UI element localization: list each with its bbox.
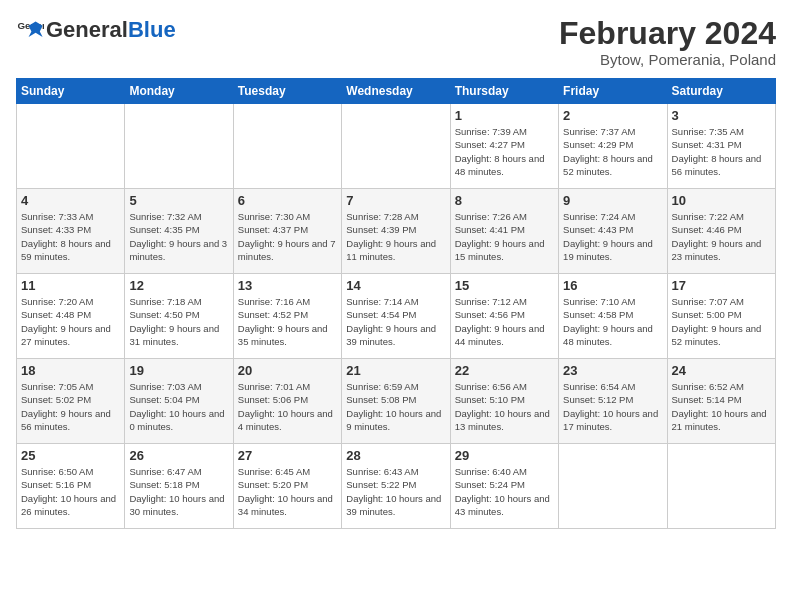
day-number: 16 [563, 278, 662, 293]
day-number: 22 [455, 363, 554, 378]
logo-text: GeneralBlue [46, 19, 176, 41]
day-number: 5 [129, 193, 228, 208]
day-info: Sunrise: 7:10 AMSunset: 4:58 PMDaylight:… [563, 295, 662, 348]
week-row-2: 4Sunrise: 7:33 AMSunset: 4:33 PMDaylight… [17, 189, 776, 274]
col-header-wednesday: Wednesday [342, 79, 450, 104]
col-header-saturday: Saturday [667, 79, 775, 104]
day-info: Sunrise: 7:24 AMSunset: 4:43 PMDaylight:… [563, 210, 662, 263]
day-info: Sunrise: 6:40 AMSunset: 5:24 PMDaylight:… [455, 465, 554, 518]
day-info: Sunrise: 7:16 AMSunset: 4:52 PMDaylight:… [238, 295, 337, 348]
day-info: Sunrise: 7:28 AMSunset: 4:39 PMDaylight:… [346, 210, 445, 263]
day-number: 12 [129, 278, 228, 293]
col-header-sunday: Sunday [17, 79, 125, 104]
day-info: Sunrise: 6:52 AMSunset: 5:14 PMDaylight:… [672, 380, 771, 433]
day-info: Sunrise: 7:32 AMSunset: 4:35 PMDaylight:… [129, 210, 228, 263]
day-cell: 8Sunrise: 7:26 AMSunset: 4:41 PMDaylight… [450, 189, 558, 274]
day-cell: 28Sunrise: 6:43 AMSunset: 5:22 PMDayligh… [342, 444, 450, 529]
day-info: Sunrise: 7:39 AMSunset: 4:27 PMDaylight:… [455, 125, 554, 178]
day-info: Sunrise: 6:59 AMSunset: 5:08 PMDaylight:… [346, 380, 445, 433]
day-cell: 10Sunrise: 7:22 AMSunset: 4:46 PMDayligh… [667, 189, 775, 274]
day-cell: 1Sunrise: 7:39 AMSunset: 4:27 PMDaylight… [450, 104, 558, 189]
day-cell: 22Sunrise: 6:56 AMSunset: 5:10 PMDayligh… [450, 359, 558, 444]
day-cell: 26Sunrise: 6:47 AMSunset: 5:18 PMDayligh… [125, 444, 233, 529]
day-number: 28 [346, 448, 445, 463]
day-number: 3 [672, 108, 771, 123]
day-cell: 29Sunrise: 6:40 AMSunset: 5:24 PMDayligh… [450, 444, 558, 529]
day-number: 8 [455, 193, 554, 208]
day-info: Sunrise: 6:47 AMSunset: 5:18 PMDaylight:… [129, 465, 228, 518]
header: General GeneralBlue February 2024 Bytow,… [16, 16, 776, 68]
week-row-1: 1Sunrise: 7:39 AMSunset: 4:27 PMDaylight… [17, 104, 776, 189]
day-number: 29 [455, 448, 554, 463]
day-number: 26 [129, 448, 228, 463]
day-cell: 3Sunrise: 7:35 AMSunset: 4:31 PMDaylight… [667, 104, 775, 189]
day-info: Sunrise: 7:26 AMSunset: 4:41 PMDaylight:… [455, 210, 554, 263]
day-cell [342, 104, 450, 189]
calendar-table: SundayMondayTuesdayWednesdayThursdayFrid… [16, 78, 776, 529]
col-header-friday: Friday [559, 79, 667, 104]
day-cell: 16Sunrise: 7:10 AMSunset: 4:58 PMDayligh… [559, 274, 667, 359]
day-cell: 7Sunrise: 7:28 AMSunset: 4:39 PMDaylight… [342, 189, 450, 274]
day-info: Sunrise: 7:37 AMSunset: 4:29 PMDaylight:… [563, 125, 662, 178]
day-info: Sunrise: 7:33 AMSunset: 4:33 PMDaylight:… [21, 210, 120, 263]
day-cell: 18Sunrise: 7:05 AMSunset: 5:02 PMDayligh… [17, 359, 125, 444]
day-info: Sunrise: 6:56 AMSunset: 5:10 PMDaylight:… [455, 380, 554, 433]
day-info: Sunrise: 6:54 AMSunset: 5:12 PMDaylight:… [563, 380, 662, 433]
day-number: 19 [129, 363, 228, 378]
day-cell [667, 444, 775, 529]
day-info: Sunrise: 7:35 AMSunset: 4:31 PMDaylight:… [672, 125, 771, 178]
main-title: February 2024 [559, 16, 776, 51]
day-cell: 17Sunrise: 7:07 AMSunset: 5:00 PMDayligh… [667, 274, 775, 359]
day-info: Sunrise: 7:12 AMSunset: 4:56 PMDaylight:… [455, 295, 554, 348]
day-cell: 24Sunrise: 6:52 AMSunset: 5:14 PMDayligh… [667, 359, 775, 444]
day-number: 1 [455, 108, 554, 123]
day-number: 15 [455, 278, 554, 293]
day-cell [559, 444, 667, 529]
day-info: Sunrise: 7:18 AMSunset: 4:50 PMDaylight:… [129, 295, 228, 348]
day-cell: 20Sunrise: 7:01 AMSunset: 5:06 PMDayligh… [233, 359, 341, 444]
day-cell: 6Sunrise: 7:30 AMSunset: 4:37 PMDaylight… [233, 189, 341, 274]
day-number: 21 [346, 363, 445, 378]
day-cell: 13Sunrise: 7:16 AMSunset: 4:52 PMDayligh… [233, 274, 341, 359]
title-block: February 2024 Bytow, Pomerania, Poland [559, 16, 776, 68]
day-number: 27 [238, 448, 337, 463]
day-info: Sunrise: 7:22 AMSunset: 4:46 PMDaylight:… [672, 210, 771, 263]
day-cell: 9Sunrise: 7:24 AMSunset: 4:43 PMDaylight… [559, 189, 667, 274]
day-info: Sunrise: 7:20 AMSunset: 4:48 PMDaylight:… [21, 295, 120, 348]
day-cell: 19Sunrise: 7:03 AMSunset: 5:04 PMDayligh… [125, 359, 233, 444]
day-number: 2 [563, 108, 662, 123]
day-info: Sunrise: 6:43 AMSunset: 5:22 PMDaylight:… [346, 465, 445, 518]
day-cell [17, 104, 125, 189]
day-cell: 14Sunrise: 7:14 AMSunset: 4:54 PMDayligh… [342, 274, 450, 359]
subtitle: Bytow, Pomerania, Poland [559, 51, 776, 68]
day-cell: 11Sunrise: 7:20 AMSunset: 4:48 PMDayligh… [17, 274, 125, 359]
day-cell: 5Sunrise: 7:32 AMSunset: 4:35 PMDaylight… [125, 189, 233, 274]
col-header-tuesday: Tuesday [233, 79, 341, 104]
day-number: 9 [563, 193, 662, 208]
day-number: 4 [21, 193, 120, 208]
logo-blue: Blue [128, 17, 176, 42]
day-info: Sunrise: 7:01 AMSunset: 5:06 PMDaylight:… [238, 380, 337, 433]
day-cell [125, 104, 233, 189]
day-info: Sunrise: 6:45 AMSunset: 5:20 PMDaylight:… [238, 465, 337, 518]
day-cell: 2Sunrise: 7:37 AMSunset: 4:29 PMDaylight… [559, 104, 667, 189]
day-cell: 23Sunrise: 6:54 AMSunset: 5:12 PMDayligh… [559, 359, 667, 444]
day-number: 11 [21, 278, 120, 293]
day-number: 10 [672, 193, 771, 208]
day-number: 24 [672, 363, 771, 378]
week-row-3: 11Sunrise: 7:20 AMSunset: 4:48 PMDayligh… [17, 274, 776, 359]
logo-icon: General [16, 16, 44, 44]
day-number: 17 [672, 278, 771, 293]
day-info: Sunrise: 7:05 AMSunset: 5:02 PMDaylight:… [21, 380, 120, 433]
day-number: 25 [21, 448, 120, 463]
day-info: Sunrise: 7:03 AMSunset: 5:04 PMDaylight:… [129, 380, 228, 433]
week-row-4: 18Sunrise: 7:05 AMSunset: 5:02 PMDayligh… [17, 359, 776, 444]
day-info: Sunrise: 6:50 AMSunset: 5:16 PMDaylight:… [21, 465, 120, 518]
day-number: 7 [346, 193, 445, 208]
day-cell: 15Sunrise: 7:12 AMSunset: 4:56 PMDayligh… [450, 274, 558, 359]
day-info: Sunrise: 7:14 AMSunset: 4:54 PMDaylight:… [346, 295, 445, 348]
page: General GeneralBlue February 2024 Bytow,… [0, 0, 792, 612]
day-number: 18 [21, 363, 120, 378]
day-cell: 25Sunrise: 6:50 AMSunset: 5:16 PMDayligh… [17, 444, 125, 529]
day-info: Sunrise: 7:30 AMSunset: 4:37 PMDaylight:… [238, 210, 337, 263]
